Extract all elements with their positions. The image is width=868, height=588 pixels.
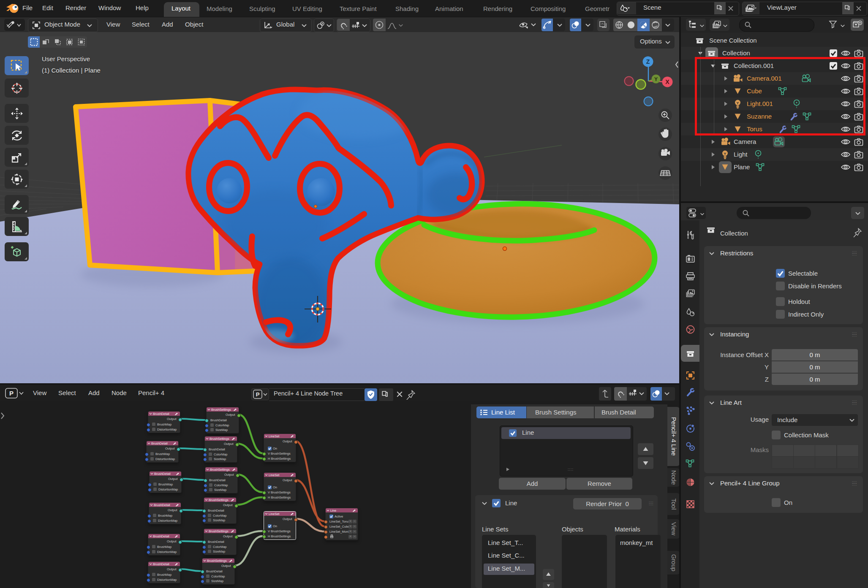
svg-text:X: X bbox=[665, 79, 669, 85]
svg-text:P: P bbox=[256, 391, 260, 398]
svg-text:P: P bbox=[9, 390, 14, 397]
svg-text:Z: Z bbox=[646, 58, 650, 65]
svg-text:Y: Y bbox=[654, 76, 658, 82]
